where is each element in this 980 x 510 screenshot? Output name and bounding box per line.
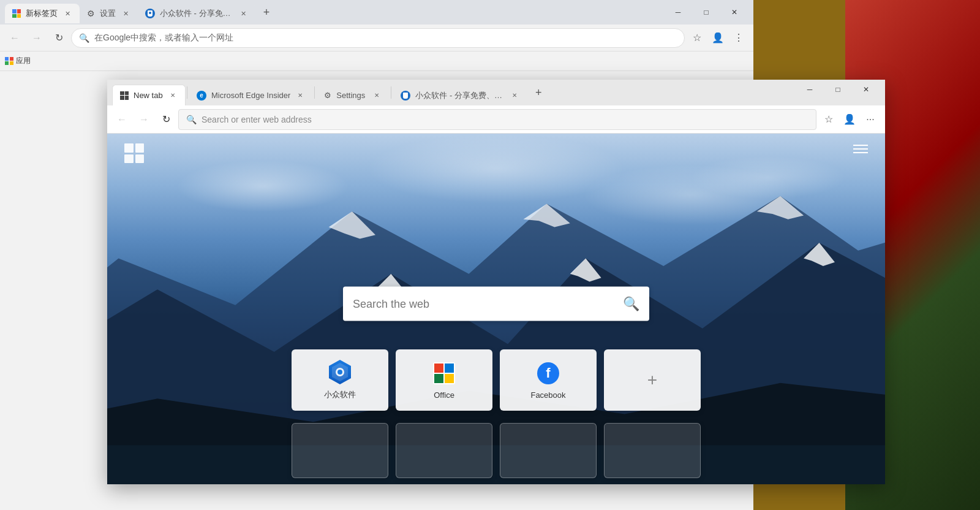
edge-new-tab-content: 🔍	[107, 134, 885, 484]
edge-search-container: 🔍	[343, 287, 649, 321]
quick-link-empty-2[interactable]	[396, 423, 492, 478]
chrome-tab-2[interactable]: ⚙ 设置 ✕	[80, 4, 138, 23]
chrome-minimize-button[interactable]: ─	[664, 0, 692, 25]
edge-bookmark-icon[interactable]: ☆	[819, 110, 839, 129]
quick-link-xiazhong[interactable]: 小众软件	[292, 349, 388, 411]
office-label: Office	[434, 390, 454, 400]
edge-menu-icon[interactable]: ···	[861, 110, 880, 129]
edge-titlebar: New tab ✕ e Microsoft Edge Insider ✕ ⚙ S…	[107, 80, 885, 105]
chrome-toolbar: ← → ↻ 🔍 在Google中搜索，或者输入一个网址 ☆ 👤 ⋮	[0, 25, 753, 51]
edge-tab-4[interactable]: 小众软件 - 分享免费、小... ✕	[393, 85, 527, 105]
edge-forward-button[interactable]: →	[134, 110, 154, 129]
edge-tab4-close[interactable]: ✕	[510, 91, 519, 101]
chrome-omnibox[interactable]: 🔍 在Google中搜索，或者输入一个网址	[71, 28, 685, 48]
hamburger-line-3	[853, 152, 868, 153]
edge-tab-2[interactable]: e Microsoft Edge Insider ✕	[189, 85, 313, 105]
chrome-tab-1[interactable]: 新标签页 ✕	[5, 4, 80, 23]
apps-grid-icon	[5, 57, 13, 66]
add-plus: +	[647, 370, 657, 390]
edge-new-tab-button[interactable]: +	[530, 84, 547, 101]
chrome-search-icon: 🔍	[79, 33, 89, 43]
chrome-back-button[interactable]: ←	[5, 28, 24, 48]
quick-link-office[interactable]: Office	[396, 349, 492, 411]
edge-maximize-button[interactable]: □	[824, 80, 852, 99]
edge-quick-links-row1: 小众软件 Office	[292, 349, 701, 411]
edge-search-box[interactable]: 🔍	[343, 287, 649, 321]
quick-link-empty-4[interactable]	[604, 423, 701, 478]
edge-tab-divider-1	[187, 86, 187, 99]
edge-search-icon-omnibox: 🔍	[186, 115, 197, 124]
svg-point-13	[337, 370, 342, 375]
edge-window-controls: ─ □ ✕	[796, 80, 880, 99]
edge-tab-3[interactable]: ⚙ Settings ✕	[316, 85, 390, 105]
edge-tab1-favicon	[120, 91, 129, 100]
chrome-new-tab-button[interactable]: +	[258, 4, 275, 21]
edge-toolbar-right: ☆ 👤 ···	[819, 110, 880, 129]
edge-close-button[interactable]: ✕	[852, 80, 880, 99]
edge-tab3-favicon: ⚙	[324, 91, 331, 100]
facebook-icon: f	[536, 361, 560, 386]
facebook-label: Facebook	[530, 390, 565, 400]
svg-rect-16	[445, 363, 454, 373]
chrome-tab2-label: 设置	[100, 8, 116, 19]
office-icon	[432, 361, 456, 386]
chrome-maximize-button[interactable]: □	[692, 0, 720, 25]
chrome-tab3-close[interactable]: ✕	[238, 9, 248, 18]
edge-reload-button[interactable]: ↻	[156, 110, 176, 129]
chrome-omnibox-text: 在Google中搜索，或者输入一个网址	[94, 32, 233, 44]
chrome-account-icon[interactable]: 👤	[708, 28, 728, 48]
edge-tab2-favicon: e	[197, 91, 206, 101]
hamburger-line-2	[853, 148, 868, 150]
edge-account-icon[interactable]: 👤	[840, 110, 859, 129]
chrome-menu-icon[interactable]: ⋮	[729, 28, 748, 48]
chrome-tab2-close[interactable]: ✕	[121, 9, 130, 18]
edge-tab3-close[interactable]: ✕	[372, 91, 382, 101]
chrome-window-controls: ─ □ ✕	[664, 0, 748, 25]
edge-back-button[interactable]: ←	[112, 110, 132, 129]
chrome-titlebar: 新标签页 ✕ ⚙ 设置 ✕ 小众软件 - 分享免费、小巧、实... ✕ + ─ …	[0, 0, 753, 25]
edge-minimize-button[interactable]: ─	[796, 80, 824, 99]
chrome-tab3-label: 小众软件 - 分享免费、小巧、实...	[160, 8, 233, 19]
edge-omnibox[interactable]: 🔍 Search or enter web address	[178, 109, 816, 130]
edge-search-input[interactable]	[353, 297, 616, 310]
svg-rect-18	[445, 374, 454, 383]
edge-tab1-label: New tab	[134, 91, 163, 100]
chrome-bookmark-icon[interactable]: ☆	[687, 28, 707, 48]
edge-tab-divider-3	[391, 86, 391, 99]
svg-rect-15	[434, 363, 443, 373]
chrome-tab-3[interactable]: 小众软件 - 分享免费、小巧、实... ✕	[138, 4, 255, 23]
edge-tab1-close[interactable]: ✕	[168, 91, 178, 101]
quick-link-empty-3[interactable]	[500, 423, 597, 478]
edge-hamburger-menu[interactable]	[853, 145, 868, 153]
xiazhong-icon	[328, 360, 352, 384]
add-icon: +	[640, 368, 665, 392]
xiazhong-label: 小众软件	[324, 389, 356, 400]
quick-link-add[interactable]: +	[604, 349, 701, 411]
edge-window: New tab ✕ e Microsoft Edge Insider ✕ ⚙ S…	[107, 80, 885, 484]
chrome-tab1-close[interactable]: ✕	[62, 9, 72, 18]
edge-tab-divider-2	[314, 86, 315, 99]
edge-search-icon: 🔍	[623, 296, 639, 312]
quick-link-empty-1[interactable]	[292, 423, 388, 478]
edge-tab3-label: Settings	[336, 91, 367, 100]
chrome-reload-button[interactable]: ↻	[49, 28, 69, 48]
edge-tab2-label: Microsoft Edge Insider	[211, 91, 290, 100]
chrome-tab3-favicon	[145, 9, 155, 18]
edge-omnibox-text: Search or enter web address	[202, 115, 312, 124]
chrome-toolbar-actions: ☆ 👤 ⋮	[687, 28, 748, 48]
chrome-tab1-favicon	[12, 9, 21, 18]
edge-tab2-close[interactable]: ✕	[295, 91, 305, 101]
edge-tab4-favicon	[401, 91, 410, 101]
apps-label: 应用	[16, 56, 31, 66]
chrome-forward-button[interactable]: →	[27, 28, 47, 48]
hamburger-line-1	[853, 145, 868, 146]
quick-link-facebook[interactable]: f Facebook	[500, 349, 597, 411]
facebook-icon-circle: f	[537, 362, 559, 384]
edge-tab4-label: 小众软件 - 分享免费、小...	[415, 90, 505, 101]
edge-quick-links-row2	[292, 423, 701, 478]
svg-rect-17	[434, 374, 443, 383]
edge-tab-1[interactable]: New tab ✕	[112, 85, 186, 105]
chrome-close-button[interactable]: ✕	[720, 0, 748, 25]
chrome-apps-bar: 应用	[0, 51, 753, 71]
edge-windows-logo	[124, 143, 144, 163]
